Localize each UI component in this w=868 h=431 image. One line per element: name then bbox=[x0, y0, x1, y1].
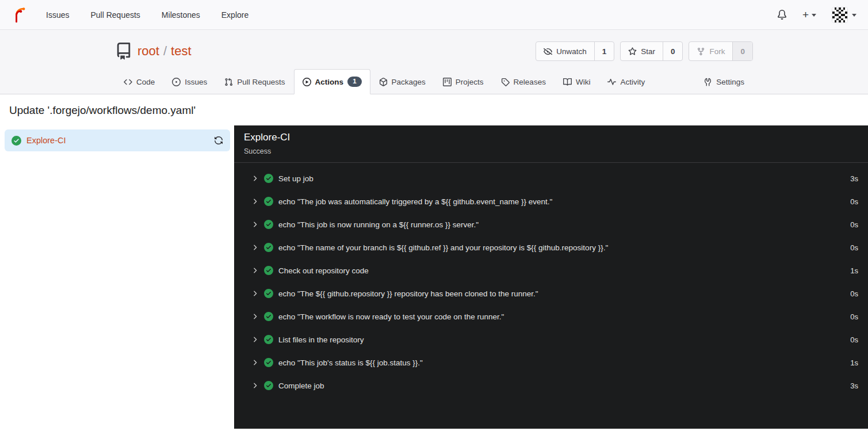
nav-item-pull-requests[interactable]: Pull Requests bbox=[90, 10, 140, 20]
step-row[interactable]: Check out repository code 1s bbox=[234, 259, 868, 282]
jobs-sidebar: Explore-CI bbox=[0, 125, 234, 429]
stars-count[interactable]: 0 bbox=[663, 42, 683, 60]
step-row[interactable]: echo "The ${{ github.repository }} repos… bbox=[234, 282, 868, 305]
pulse-icon bbox=[607, 78, 616, 86]
step-name: Complete job bbox=[278, 382, 845, 390]
step-name: echo "The workflow is now ready to test … bbox=[278, 312, 845, 321]
step-duration: 0s bbox=[850, 243, 858, 252]
step-row[interactable]: Set up job 3s bbox=[234, 167, 868, 190]
step-duration: 1s bbox=[850, 266, 858, 275]
step-name: echo "The ${{ github.repository }} repos… bbox=[278, 289, 845, 298]
nav-item-milestones[interactable]: Milestones bbox=[162, 10, 200, 20]
refresh-icon[interactable] bbox=[214, 136, 223, 145]
nav-links: Issues Pull Requests Milestones Explore bbox=[46, 10, 248, 20]
book-icon bbox=[563, 78, 572, 86]
forgejo-logo-icon[interactable] bbox=[12, 6, 27, 24]
chevron-right-icon bbox=[251, 197, 259, 205]
eye-closed-icon bbox=[544, 47, 552, 56]
fork-button: Fork bbox=[689, 42, 732, 60]
step-row[interactable]: echo "This job is now running on a ${{ r… bbox=[234, 213, 868, 236]
step-name: Set up job bbox=[278, 174, 845, 183]
chevron-right-icon bbox=[251, 289, 259, 297]
check-circle-icon bbox=[264, 312, 273, 321]
step-duration: 0s bbox=[850, 220, 858, 229]
check-circle-icon bbox=[264, 266, 273, 275]
job-status: Success bbox=[244, 147, 858, 155]
tab-issues[interactable]: Issues bbox=[163, 69, 216, 94]
job-title: Explore-CI bbox=[244, 132, 858, 143]
page-title: Update '.forgejo/workflows/demo.yaml' bbox=[9, 104, 859, 117]
code-icon bbox=[124, 78, 132, 86]
tab-releases[interactable]: Releases bbox=[492, 69, 555, 94]
job-log-panel: Explore-CI Success Set up job 3s echo "T… bbox=[234, 125, 868, 429]
step-row[interactable]: echo "The workflow is now ready to test … bbox=[234, 305, 868, 328]
unwatch-button-group: Unwatch 1 bbox=[536, 41, 614, 61]
chevron-right-icon bbox=[251, 243, 259, 251]
steps-list: Set up job 3s echo "The job was automati… bbox=[234, 163, 868, 401]
step-row[interactable]: echo "This job's status is ${{ job.statu… bbox=[234, 351, 868, 374]
step-name: echo "The job was automatically triggere… bbox=[278, 197, 845, 206]
step-name: List files in the repository bbox=[278, 335, 845, 344]
tab-wiki[interactable]: Wiki bbox=[555, 69, 599, 94]
step-row[interactable]: echo "The job was automatically triggere… bbox=[234, 190, 868, 213]
job-name: Explore-CI bbox=[26, 136, 209, 145]
top-navbar: Issues Pull Requests Milestones Explore … bbox=[0, 0, 868, 30]
tab-settings[interactable]: Settings bbox=[695, 69, 753, 94]
check-circle-icon bbox=[264, 220, 273, 229]
repo-tabs: Code Issues Pull Requests Actions 1 Pack… bbox=[115, 69, 753, 94]
nav-item-explore[interactable]: Explore bbox=[221, 10, 248, 20]
chevron-right-icon bbox=[251, 358, 259, 367]
tab-activity[interactable]: Activity bbox=[599, 69, 653, 94]
tab-packages[interactable]: Packages bbox=[370, 69, 434, 94]
unwatch-button[interactable]: Unwatch bbox=[536, 42, 594, 60]
nav-item-issues[interactable]: Issues bbox=[46, 10, 69, 20]
repo-separator: / bbox=[163, 44, 167, 59]
issue-opened-icon bbox=[172, 78, 181, 86]
step-row[interactable]: Complete job 3s bbox=[234, 374, 868, 397]
step-duration: 3s bbox=[850, 382, 858, 390]
step-name: echo "This job is now running on a ${{ r… bbox=[278, 220, 845, 229]
step-duration: 3s bbox=[850, 174, 858, 183]
tab-code[interactable]: Code bbox=[115, 69, 163, 94]
check-circle-icon bbox=[264, 381, 273, 390]
repo-header: root / test Unwatch 1 bbox=[0, 30, 868, 94]
chevron-down-icon bbox=[852, 14, 856, 17]
chevron-down-icon bbox=[812, 14, 816, 17]
check-circle-icon bbox=[12, 136, 21, 146]
star-icon bbox=[628, 47, 637, 56]
step-row[interactable]: List files in the repository 0s bbox=[234, 328, 868, 351]
repo-owner-link[interactable]: root bbox=[137, 44, 159, 59]
star-button[interactable]: Star bbox=[621, 42, 663, 60]
step-duration: 0s bbox=[850, 197, 858, 206]
run-title-bar: Update '.forgejo/workflows/demo.yaml' bbox=[0, 94, 868, 125]
create-new-dropdown[interactable]: + bbox=[802, 9, 816, 20]
check-circle-icon bbox=[264, 358, 273, 367]
repo-breadcrumb: root / test bbox=[137, 44, 192, 59]
project-board-icon bbox=[443, 78, 452, 86]
job-list-item[interactable]: Explore-CI bbox=[5, 129, 230, 151]
plus-icon: + bbox=[802, 9, 809, 20]
user-menu-dropdown[interactable] bbox=[832, 7, 856, 23]
check-circle-icon bbox=[264, 174, 273, 183]
chevron-right-icon bbox=[251, 174, 259, 182]
chevron-right-icon bbox=[251, 266, 259, 274]
tab-actions[interactable]: Actions 1 bbox=[294, 69, 370, 94]
actions-run-view: Explore-CI Explore-CI Success Set up job… bbox=[0, 125, 868, 429]
repo-name-link[interactable]: test bbox=[171, 44, 191, 59]
notifications-bell-icon[interactable] bbox=[777, 10, 787, 20]
watchers-count[interactable]: 1 bbox=[594, 42, 614, 60]
tag-icon bbox=[501, 78, 510, 86]
fork-button-group: Fork 0 bbox=[689, 41, 753, 61]
tab-projects[interactable]: Projects bbox=[434, 69, 492, 94]
forks-count: 0 bbox=[732, 42, 752, 60]
job-log-header: Explore-CI Success bbox=[234, 125, 868, 163]
package-icon bbox=[379, 78, 388, 86]
chevron-right-icon bbox=[251, 312, 259, 321]
avatar bbox=[832, 7, 848, 23]
star-button-group: Star 0 bbox=[620, 41, 683, 61]
play-circle-icon bbox=[303, 78, 311, 86]
step-row[interactable]: echo "The name of your branch is ${{ git… bbox=[234, 236, 868, 259]
step-duration: 0s bbox=[850, 335, 858, 344]
tab-pull-requests[interactable]: Pull Requests bbox=[216, 69, 293, 94]
chevron-right-icon bbox=[251, 382, 259, 390]
